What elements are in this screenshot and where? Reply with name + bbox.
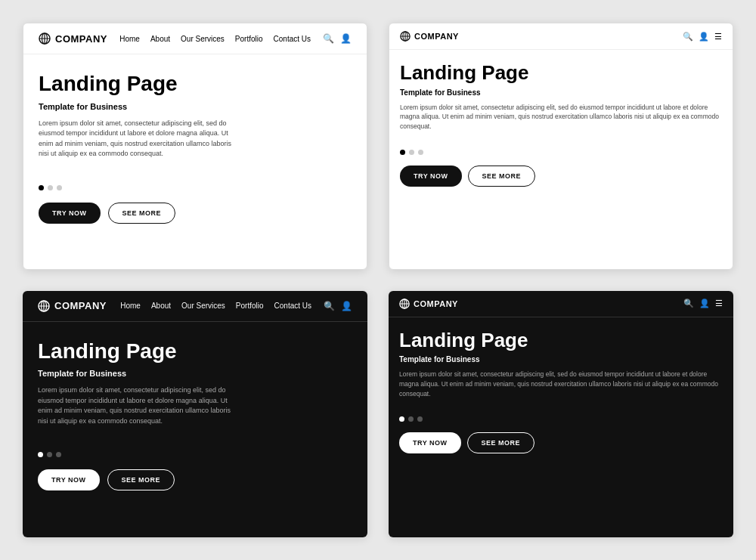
nav-portfolio[interactable]: Portfolio — [235, 35, 263, 43]
search-icon-narrow[interactable]: 🔍 — [683, 32, 693, 42]
nav-icons-light-narrow: 🔍 👤 ☰ — [683, 32, 722, 42]
hero-body-dark-wide: Lorem ipsum dolor sit amet, consectetur … — [38, 385, 234, 426]
nav-services-d[interactable]: Our Services — [181, 302, 225, 310]
brand-name-dark-narrow: COMPANY — [414, 299, 458, 308]
nav-about-d[interactable]: About — [151, 302, 171, 310]
dot-active-n — [400, 150, 405, 155]
dot-inactive-dn1 — [408, 416, 414, 422]
navbar-light-wide: COMPANY Home About Our Services Portfoli… — [23, 23, 367, 54]
card-dark-narrow: COMPANY 🔍 👤 ☰ Landing Page Template for … — [389, 291, 733, 538]
search-icon-dark-narrow[interactable]: 🔍 — [683, 299, 694, 308]
carousel-dots-light-wide — [23, 185, 367, 190]
hero-content-light-narrow: Landing Page Template for Business Lorem… — [389, 50, 733, 150]
template-grid: COMPANY Home About Our Services Portfoli… — [0, 0, 756, 560]
search-icon[interactable]: 🔍 — [323, 33, 334, 44]
try-now-button-narrow[interactable]: TRY NOW — [400, 166, 462, 187]
logo-light-wide: COMPANY — [39, 32, 107, 45]
see-more-button-dark[interactable]: SEE MORE — [107, 469, 175, 490]
dot-inactive-dw2 — [56, 452, 61, 457]
search-icon-dark[interactable]: 🔍 — [324, 301, 335, 311]
dot-inactive-n2 — [418, 150, 423, 155]
menu-icon-narrow[interactable]: ☰ — [714, 32, 722, 42]
nav-links-light-wide: Home About Our Services Portfolio Contac… — [119, 35, 311, 43]
see-more-button-dark-narrow[interactable]: SEE MORE — [467, 432, 535, 453]
nav-portfolio-d[interactable]: Portfolio — [236, 302, 264, 310]
hero-subtitle-narrow: Template for Business — [400, 88, 722, 97]
dot-inactive-1 — [48, 185, 53, 190]
globe-icon — [39, 32, 51, 45]
navbar-light-narrow: COMPANY 🔍 👤 ☰ — [389, 23, 733, 50]
see-more-button-narrow[interactable]: SEE MORE — [468, 166, 536, 187]
navbar-dark-wide: COMPANY Home About Our Services Portfoli… — [23, 291, 367, 322]
hero-subtitle-dark-wide: Template for Business — [38, 369, 352, 378]
nav-home[interactable]: Home — [119, 35, 140, 43]
globe-icon-dark-narrow — [399, 299, 410, 309]
nav-icons-light-wide: 🔍 👤 — [323, 33, 352, 44]
dot-active-dw — [38, 452, 43, 457]
logo-light-narrow: COMPANY — [400, 31, 459, 42]
dot-inactive-n1 — [409, 150, 414, 155]
see-more-button[interactable]: SEE MORE — [108, 203, 176, 224]
nav-contact-d[interactable]: Contact Us — [274, 302, 311, 310]
nav-icons-dark-wide: 🔍 👤 — [324, 301, 352, 311]
try-now-button-dark-narrow[interactable]: TRY NOW — [399, 432, 461, 453]
hero-heading: Landing Page — [39, 73, 352, 96]
cta-buttons-dark-wide: TRY NOW SEE MORE — [23, 469, 367, 506]
user-icon-dark-narrow[interactable]: 👤 — [699, 299, 710, 308]
carousel-dots-dark-narrow — [389, 416, 733, 422]
hero-subtitle-dark-narrow: Template for Business — [399, 355, 723, 364]
card-light-wide: COMPANY Home About Our Services Portfoli… — [23, 23, 367, 270]
hero-body-narrow: Lorem ipsum dolor sit amet, consectetur … — [400, 103, 722, 131]
card-light-narrow: COMPANY 🔍 👤 ☰ Landing Page Template for … — [389, 23, 733, 270]
logo-dark-wide: COMPANY — [38, 300, 107, 312]
dot-active — [39, 185, 44, 190]
hero-subtitle: Template for Business — [39, 102, 352, 111]
try-now-button[interactable]: TRY NOW — [39, 203, 101, 224]
nav-about[interactable]: About — [150, 35, 170, 43]
hero-heading-dark-wide: Landing Page — [38, 340, 352, 364]
menu-icon-dark-narrow[interactable]: ☰ — [715, 299, 723, 308]
carousel-dots-light-narrow — [389, 150, 733, 155]
hero-body: Lorem ipsum dolor sit amet, consectetur … — [39, 119, 235, 159]
logo-dark-narrow: COMPANY — [399, 299, 458, 309]
nav-services[interactable]: Our Services — [181, 35, 225, 43]
user-icon[interactable]: 👤 — [340, 33, 352, 44]
nav-contact[interactable]: Contact Us — [274, 35, 311, 43]
brand-name-dark-wide: COMPANY — [54, 300, 107, 311]
user-icon-dark[interactable]: 👤 — [341, 301, 352, 311]
hero-heading-narrow: Landing Page — [400, 62, 722, 84]
try-now-button-dark[interactable]: TRY NOW — [38, 469, 100, 490]
nav-links-dark-wide: Home About Our Services Portfolio Contac… — [120, 302, 311, 310]
hero-body-dark-narrow: Lorem ipsum dolor sit amet, consectetur … — [399, 370, 723, 398]
hero-content-light-wide: Landing Page Template for Business Lorem… — [23, 54, 367, 185]
globe-icon-narrow — [400, 31, 411, 42]
brand-name: COMPANY — [55, 33, 107, 45]
carousel-dots-dark-wide — [23, 452, 367, 457]
brand-name-narrow: COMPANY — [414, 32, 459, 41]
nav-icons-dark-narrow: 🔍 👤 ☰ — [683, 299, 723, 308]
cta-buttons-light-narrow: TRY NOW SEE MORE — [389, 166, 733, 197]
cta-buttons-light-wide: TRY NOW SEE MORE — [23, 203, 367, 239]
user-icon-narrow[interactable]: 👤 — [699, 32, 709, 42]
dot-active-dn — [399, 416, 404, 422]
hero-content-dark-wide: Landing Page Template for Business Lorem… — [23, 322, 367, 453]
dot-inactive-dn2 — [417, 416, 423, 422]
globe-icon-dark — [38, 300, 50, 312]
nav-home-d[interactable]: Home — [120, 302, 141, 310]
cta-buttons-dark-narrow: TRY NOW SEE MORE — [389, 432, 733, 464]
hero-heading-dark-narrow: Landing Page — [399, 330, 723, 351]
dot-inactive-2 — [57, 185, 62, 190]
dot-inactive-dw1 — [47, 452, 52, 457]
card-dark-wide: COMPANY Home About Our Services Portfoli… — [23, 291, 367, 538]
navbar-dark-narrow: COMPANY 🔍 👤 ☰ — [389, 291, 733, 317]
hero-content-dark-narrow: Landing Page Template for Business Lorem… — [389, 317, 733, 417]
